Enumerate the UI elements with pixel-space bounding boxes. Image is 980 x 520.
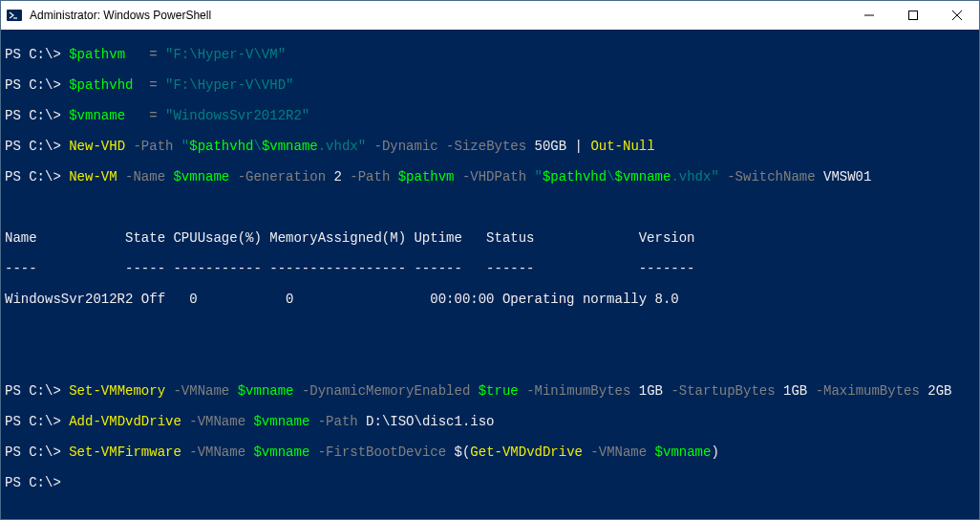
maximize-button[interactable] [891, 1, 935, 30]
cmd-line: PS C:\> Add-VMDvdDrive -VMName $vmname -… [5, 414, 975, 429]
cmd-line: PS C:\> $pathvhd = "F:\Hyper-V\VHD" [5, 77, 975, 93]
cmd-line: PS C:\> Set-VMFirmware -VMName $vmname -… [5, 444, 975, 460]
blank-line [5, 353, 975, 368]
titlebar[interactable]: Administrator: Windows PowerShell [1, 1, 979, 30]
cmd-line: PS C:\> New-VM -Name $vmname -Generation… [5, 169, 975, 184]
minimize-button[interactable] [847, 1, 891, 30]
svg-rect-3 [909, 11, 918, 20]
powershell-icon [7, 8, 22, 23]
table-header: Name State CPUUsage(%) MemoryAssigned(M)… [5, 230, 975, 246]
prompt-line[interactable]: PS C:\> [5, 475, 975, 490]
terminal-area[interactable]: PS C:\> $pathvm = "F:\Hyper-V\VM" PS C:\… [1, 30, 979, 520]
cmd-line: PS C:\> $vmname = "WindowsSvr2012R2" [5, 108, 975, 123]
window-title: Administrator: Windows PowerShell [28, 9, 847, 22]
blank-line [5, 322, 975, 337]
powershell-window: Administrator: Windows PowerShell PS C:\… [0, 0, 980, 520]
cmd-line: PS C:\> $pathvm = "F:\Hyper-V\VM" [5, 47, 975, 62]
cmd-line: PS C:\> Set-VMMemory -VMName $vmname -Dy… [5, 383, 975, 399]
close-button[interactable] [935, 1, 979, 30]
table-sep: ---- ----- ----------- -----------------… [5, 261, 975, 276]
blank-line [5, 200, 975, 215]
cmd-line: PS C:\> New-VHD -Path "$pathvhd\$vmname.… [5, 139, 975, 154]
table-row: WindowsSvr2012R2 Off 0 0 00:00:00 Operat… [5, 292, 975, 307]
